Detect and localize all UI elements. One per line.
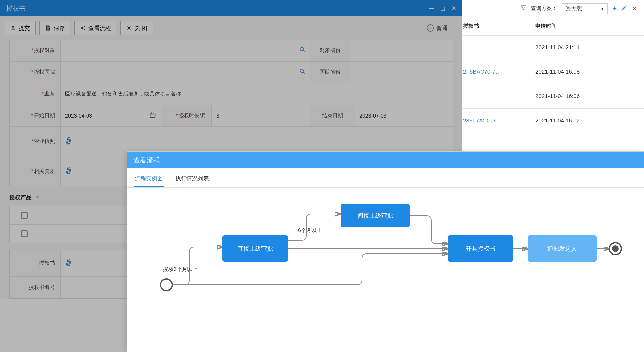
flow-node-direct-approval[interactable]: 直接上级审批	[222, 235, 288, 262]
row-time: 2021-11-04 16:06	[530, 93, 615, 100]
filter-icon[interactable]	[520, 5, 526, 12]
flow-node-indirect-approval[interactable]: 间接上级审批	[341, 204, 410, 227]
flow-dialog-title: 查看流程	[134, 156, 160, 165]
auth-link[interactable]: 2F6BAC70-7…	[457, 69, 530, 75]
edit-scheme-button[interactable]	[621, 5, 627, 12]
caret-down-icon: ▼	[600, 6, 604, 11]
flow-label-6months: 6个月以上	[298, 227, 322, 234]
add-scheme-button[interactable]: +	[612, 4, 617, 13]
tab-execution-list[interactable]: 执行情况列表	[174, 172, 210, 187]
flow-end-node	[609, 242, 622, 255]
row-time: 2021-11-04 16:08	[530, 69, 615, 75]
auth-link[interactable]: 285F7ACC-3…	[457, 118, 530, 124]
scheme-select[interactable]: (空方案) ▼	[562, 3, 608, 14]
delete-scheme-button[interactable]: ✕	[632, 5, 637, 13]
flow-node-issue-auth[interactable]: 开具授权书	[448, 235, 513, 262]
row-time: 2021-11-04 16:02	[530, 118, 615, 124]
flow-dialog-titlebar: 查看流程	[127, 152, 644, 168]
flow-start-node	[160, 278, 173, 291]
view-flow-dialog: 查看流程 流程实例图 执行情况列表 直接上级审批 间接上级审批	[127, 151, 644, 352]
header-time: 申请时间	[530, 23, 615, 30]
scheme-label: 查询方案：	[531, 5, 557, 12]
header-auth: 授权书	[457, 23, 530, 30]
row-time: 2021-11-04 21:11	[530, 44, 615, 51]
flow-node-notify-initiator[interactable]: 通知发起人	[528, 235, 597, 262]
tab-instance-diagram[interactable]: 流程实例图	[134, 172, 164, 187]
scheme-value: (空方案)	[565, 6, 582, 12]
flow-tabs: 流程实例图 执行情况列表	[127, 168, 644, 188]
flow-label-3months: 授权3个月以上	[163, 266, 198, 273]
flow-canvas: 直接上级审批 间接上级审批 开具授权书 通知发起人 6个月以上 授权3个月以上	[127, 188, 644, 319]
